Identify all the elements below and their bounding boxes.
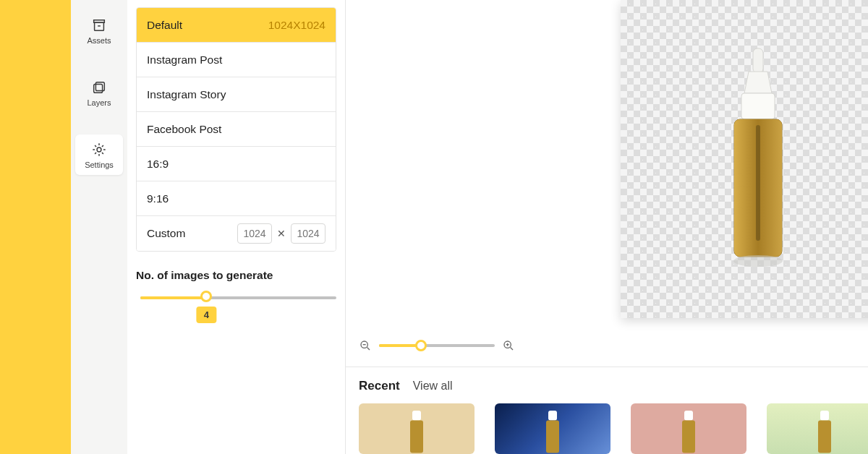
svg-rect-17 <box>820 411 829 421</box>
svg-point-2 <box>97 147 101 152</box>
svg-rect-7 <box>756 125 760 241</box>
zoom-slider[interactable] <box>379 340 495 351</box>
rail-item-layers[interactable]: Layers <box>75 72 123 113</box>
tool-rail: Assets Layers Settings <box>71 0 127 454</box>
generate-count-title: No. of images to generate <box>136 269 336 282</box>
product-bottle-illustration <box>718 47 798 271</box>
generate-count-slider[interactable]: 4 <box>136 292 336 324</box>
svg-rect-18 <box>818 421 831 453</box>
preset-label: Instagram Post <box>147 53 222 67</box>
tab-recent[interactable]: Recent <box>359 379 400 393</box>
svg-rect-1 <box>94 84 103 93</box>
svg-rect-0 <box>95 82 104 91</box>
artboard-checkerboard[interactable] <box>621 0 868 318</box>
preset-label: Instagram Story <box>147 88 226 101</box>
recent-thumb[interactable] <box>359 403 475 454</box>
custom-height-input[interactable] <box>291 223 326 244</box>
slider-thumb[interactable] <box>415 340 427 351</box>
settings-panel: Default 1024X1024 Instagram Post Instagr… <box>127 0 346 454</box>
brand-yellow-bar <box>0 0 71 454</box>
zoom-control <box>359 339 515 352</box>
recent-section: Recent View all <box>346 367 868 454</box>
rail-item-label: Layers <box>87 98 111 107</box>
preset-label: Default <box>147 19 182 32</box>
canvas-preset-16-9[interactable]: 16:9 <box>137 147 336 181</box>
recent-thumb[interactable] <box>495 403 610 454</box>
recent-thumbnails <box>359 403 868 454</box>
slider-value-badge: 4 <box>197 307 216 323</box>
generate-count-section: No. of images to generate 4 <box>136 269 336 324</box>
slider-thumb[interactable] <box>200 291 212 302</box>
svg-rect-4 <box>741 93 775 119</box>
slider-fill <box>140 296 206 299</box>
canvas-preset-instagram-story[interactable]: Instagram Story <box>137 77 336 112</box>
svg-point-8 <box>733 255 783 267</box>
svg-rect-12 <box>410 421 423 453</box>
svg-rect-16 <box>682 421 695 453</box>
preset-label: Custom <box>147 227 185 240</box>
zoom-in-icon[interactable] <box>502 339 515 352</box>
recent-thumb[interactable] <box>767 403 868 454</box>
custom-width-input[interactable] <box>237 223 272 244</box>
workspace: Recent View all <box>346 0 868 454</box>
archive-icon <box>91 17 107 33</box>
preset-label: 16:9 <box>147 158 169 171</box>
canvas-preset-facebook-post[interactable]: Facebook Post <box>137 112 336 147</box>
layers-icon <box>91 80 107 95</box>
rail-item-settings[interactable]: Settings <box>75 134 123 175</box>
rail-item-assets[interactable]: Assets <box>75 10 123 51</box>
preset-dimensions: 1024X1024 <box>268 19 326 32</box>
times-icon: ✕ <box>276 228 286 239</box>
preset-label: 9:16 <box>147 192 169 205</box>
custom-size-inputs: ✕ <box>237 223 326 244</box>
canvas-preset-custom[interactable]: Custom ✕ <box>137 216 336 251</box>
rail-item-label: Settings <box>85 160 114 169</box>
svg-rect-15 <box>684 411 693 421</box>
svg-rect-3 <box>753 48 763 73</box>
zoom-out-icon[interactable] <box>359 339 372 352</box>
svg-rect-14 <box>546 421 559 453</box>
canvas-area[interactable] <box>346 0 868 367</box>
canvas-preset-list: Default 1024X1024 Instagram Post Instagr… <box>136 7 336 252</box>
gear-icon <box>91 142 107 158</box>
canvas-preset-default[interactable]: Default 1024X1024 <box>137 8 336 43</box>
recent-thumb[interactable] <box>631 403 746 454</box>
canvas-preset-instagram-post[interactable]: Instagram Post <box>137 43 336 77</box>
canvas-preset-9-16[interactable]: 9:16 <box>137 181 336 216</box>
preset-label: Facebook Post <box>147 123 221 136</box>
svg-rect-13 <box>548 411 557 421</box>
svg-rect-11 <box>412 411 421 421</box>
rail-item-label: Assets <box>87 36 111 45</box>
link-view-all[interactable]: View all <box>413 380 453 393</box>
